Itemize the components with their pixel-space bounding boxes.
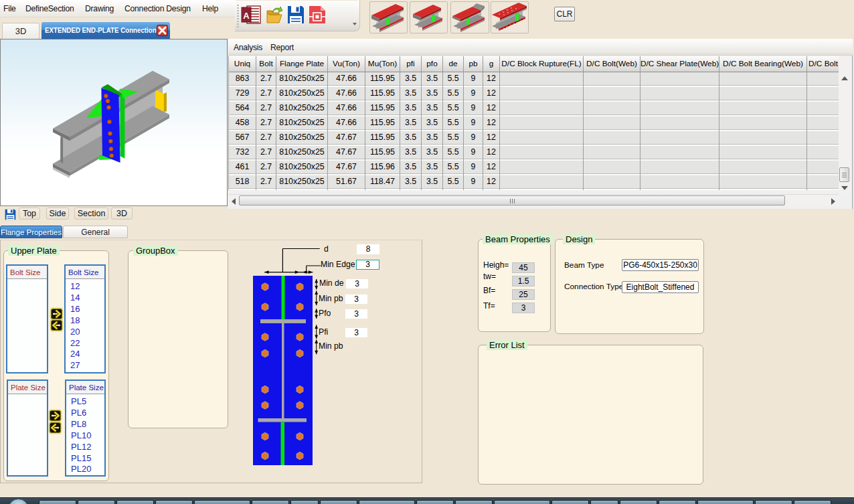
svg-text:A: A <box>243 11 250 21</box>
